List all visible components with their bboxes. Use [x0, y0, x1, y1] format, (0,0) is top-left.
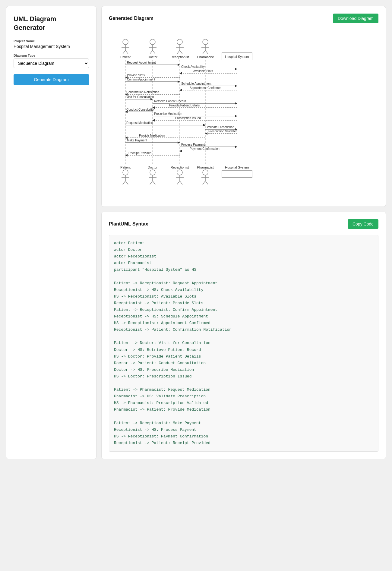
- svg-line-4: [125, 50, 128, 54]
- actor-hospital-system-top: Hospital System: [222, 53, 252, 60]
- diagram-card: Generated Diagram Download Diagram Patie…: [101, 6, 386, 207]
- svg-line-22: [205, 50, 208, 54]
- actor-hospital-bottom-box: [222, 170, 252, 178]
- actor-doctor-bottom-label: Doctor: [148, 166, 158, 169]
- plantuml-card: PlantUML Syntax Copy Code actor Patient …: [101, 212, 386, 459]
- sequence-diagram-container: Patient Doctor: [109, 29, 378, 199]
- diagram-card-title: Generated Diagram: [109, 16, 153, 21]
- svg-line-3: [123, 50, 125, 54]
- svg-point-12: [177, 39, 182, 45]
- actor-doctor-bottom-head: [150, 170, 155, 175]
- msg-8-label: Confirmation Notification: [126, 90, 159, 94]
- actor-patient-bottom-leg-l: [123, 181, 125, 185]
- msg-7-label: Appointment Confirmed: [190, 86, 221, 90]
- svg-line-10: [153, 50, 155, 54]
- msg-5-label: Confirm Appointment: [127, 78, 155, 81]
- msg-4-label: Provide Slots: [127, 74, 145, 77]
- actor-doctor-top: Doctor: [148, 39, 158, 59]
- svg-text:Doctor: Doctor: [148, 55, 158, 59]
- actor-pharmacist-bottom-leg-l: [203, 181, 205, 185]
- generate-diagram-button[interactable]: Generate Diagram: [14, 74, 89, 85]
- actor-doctor-bottom-leg-l: [150, 181, 153, 185]
- msg-6-label: Schedule Appointment: [181, 82, 211, 85]
- actor-pharmacist-bottom-leg-r: [205, 181, 208, 185]
- svg-text:Hospital System: Hospital System: [225, 55, 249, 58]
- actor-patient-bottom-leg-r: [125, 181, 128, 185]
- actor-receptionist-bottom-leg-l: [177, 181, 180, 185]
- svg-point-18: [203, 39, 208, 45]
- msg-15-label: Request Medication: [126, 121, 153, 125]
- actor-pharmacist-bottom-head: [203, 170, 208, 175]
- diagram-type-select[interactable]: Sequence Diagram Class Diagram Use Case …: [14, 58, 89, 68]
- msg-3-label: Available Slots: [193, 69, 213, 73]
- svg-line-21: [203, 50, 205, 54]
- msg-19-label: Make Payment: [127, 139, 147, 142]
- sequence-diagram-svg: Patient Doctor: [109, 29, 254, 198]
- app-title: UML DiagramGenerator: [14, 15, 89, 32]
- msg-11-label: Provide Patient Details: [169, 104, 200, 107]
- msg-14-label: Prescription Issued: [175, 116, 201, 120]
- actor-receptionist-bottom-head: [177, 170, 182, 175]
- actor-patient-top: Patient: [120, 39, 131, 59]
- svg-point-0: [123, 39, 128, 45]
- svg-text:Pharmacist: Pharmacist: [197, 55, 213, 59]
- diagram-type-label: Diagram Type: [14, 54, 89, 57]
- plantuml-card-header: PlantUML Syntax Copy Code: [109, 219, 378, 229]
- actor-patient-bottom-label: Patient: [120, 166, 131, 169]
- actor-doctor-bottom-leg-r: [153, 181, 155, 185]
- svg-point-6: [150, 39, 155, 45]
- msg-10-label: Retrieve Patient Record: [154, 99, 186, 103]
- actor-receptionist-top: Receptionist: [171, 39, 189, 59]
- msg-17-label: Prescription Validated: [208, 130, 238, 133]
- project-name-value: Hospital Management System: [14, 44, 89, 49]
- msg-2-label: Check Availability: [181, 65, 205, 68]
- project-name-label: Project Name: [14, 39, 89, 43]
- actor-pharmacist-bottom-label: Pharmacist: [197, 166, 213, 169]
- msg-21-label: Payment Confirmation: [190, 147, 220, 150]
- msg-18-label: Provide Medication: [139, 134, 165, 137]
- svg-line-9: [150, 50, 153, 54]
- msg-12-label: Conduct Consultation: [126, 108, 155, 111]
- svg-text:Patient: Patient: [120, 55, 131, 59]
- msg-13-label: Prescribe Medication: [154, 112, 182, 115]
- actor-hospital-bottom-label: Hospital System: [225, 166, 249, 169]
- diagram-card-header: Generated Diagram Download Diagram: [109, 14, 378, 23]
- main-layout: UML DiagramGenerator Project Name Hospit…: [6, 6, 386, 459]
- msg-1-label: Request Appointment: [127, 61, 156, 64]
- actor-pharmacist-top: Pharmacist: [197, 39, 213, 59]
- svg-line-16: [180, 50, 182, 54]
- actor-patient-bottom-head: [123, 170, 128, 175]
- left-panel: UML DiagramGenerator Project Name Hospit…: [6, 6, 96, 459]
- svg-text:Receptionist: Receptionist: [171, 55, 189, 59]
- plantuml-card-title: PlantUML Syntax: [109, 221, 148, 227]
- svg-line-15: [177, 50, 180, 54]
- msg-22-label: Receipt Provided: [128, 151, 151, 155]
- download-diagram-button[interactable]: Download Diagram: [333, 14, 378, 23]
- msg-16-label: Validate Prescription: [207, 125, 234, 129]
- msg-9-label: Visit for Consultation: [126, 95, 154, 99]
- right-panel: Generated Diagram Download Diagram Patie…: [101, 6, 386, 459]
- actor-receptionist-bottom-label: Receptionist: [171, 166, 189, 169]
- actor-receptionist-bottom-leg-r: [180, 181, 182, 185]
- copy-code-button[interactable]: Copy Code: [348, 219, 378, 229]
- plantuml-code-block: actor Patient actor Doctor actor Recepti…: [109, 235, 378, 452]
- msg-20-label: Process Payment: [181, 143, 205, 146]
